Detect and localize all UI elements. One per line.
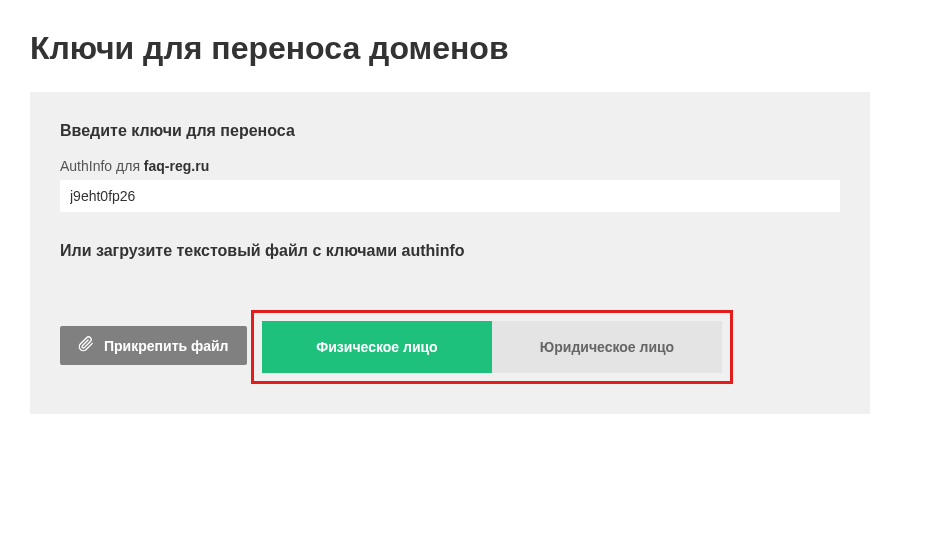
authinfo-label-prefix: AuthInfo для — [60, 158, 144, 174]
entity-type-toggle: Физическое лицо Юридическое лицо — [262, 321, 722, 373]
transfer-keys-panel: Введите ключи для переноса AuthInfo для … — [30, 92, 870, 414]
entity-type-highlight: Физическое лицо Юридическое лицо — [251, 310, 733, 384]
or-upload-heading: Или загрузите текстовый файл с ключами a… — [60, 242, 840, 260]
entity-individual-button[interactable]: Физическое лицо — [262, 321, 492, 373]
enter-keys-heading: Введите ключи для переноса — [60, 122, 840, 140]
page-title: Ключи для переноса доменов — [0, 0, 931, 92]
entity-legal-button[interactable]: Юридическое лицо — [492, 321, 722, 373]
attach-file-button[interactable]: Прикрепить файл — [60, 326, 247, 365]
attach-file-label: Прикрепить файл — [104, 338, 229, 354]
paperclip-icon — [78, 336, 104, 355]
authinfo-domain: faq-reg.ru — [144, 158, 209, 174]
authinfo-input[interactable] — [60, 180, 840, 212]
authinfo-label: AuthInfo для faq-reg.ru — [60, 158, 840, 174]
